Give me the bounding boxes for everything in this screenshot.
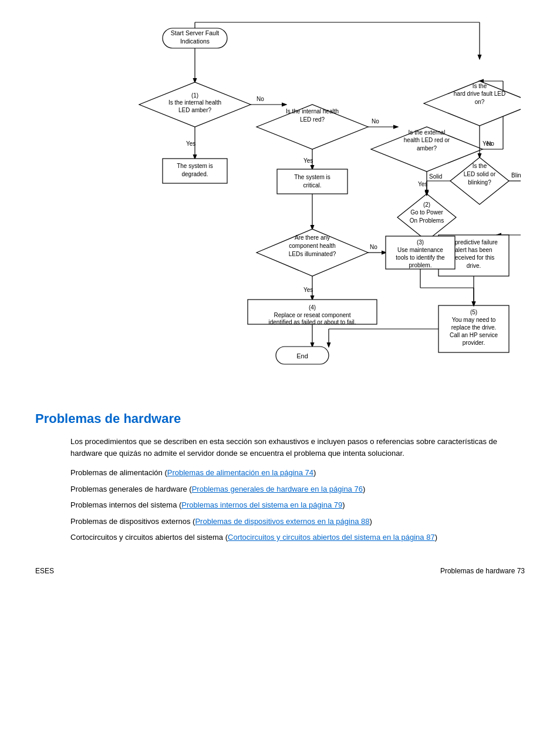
list-item: Problemas de dispositivos externos (Prob…: [70, 516, 525, 527]
body-paragraph: Los procedimientos que se describen en e…: [35, 436, 525, 459]
svg-text:The system is: The system is: [177, 163, 213, 169]
svg-text:blinking?: blinking?: [468, 179, 491, 186]
link-list: Problemas de alimentación (Problemas de …: [35, 467, 525, 543]
svg-text:Is the internal health: Is the internal health: [168, 99, 221, 106]
svg-text:You may need to: You may need to: [452, 317, 496, 323]
svg-text:Is the: Is the: [473, 163, 487, 169]
svg-text:degraded.: degraded.: [181, 171, 208, 177]
svg-text:Call an HP service: Call an HP service: [450, 332, 498, 338]
svg-text:No: No: [257, 96, 264, 102]
svg-text:(1): (1): [191, 92, 198, 99]
list-item: Problemas generales de hardware (Problem…: [70, 483, 525, 495]
svg-text:amber?: amber?: [417, 145, 437, 152]
svg-text:LED solid or: LED solid or: [464, 171, 496, 177]
list-item-suffix: ): [363, 485, 365, 493]
svg-text:LED red?: LED red?: [300, 116, 325, 123]
svg-text:Yes: Yes: [483, 140, 492, 147]
link-cortocircuitos[interactable]: Cortocircuitos y circuitos abiertos del …: [228, 533, 435, 542]
svg-text:Use maintenance: Use maintenance: [397, 247, 443, 253]
svg-text:alert has been: alert has been: [455, 247, 492, 253]
list-item-prefix: Problemas generales de hardware (: [70, 485, 192, 493]
svg-text:(3): (3): [417, 239, 424, 246]
section-title: Problemas de hardware: [35, 411, 525, 426]
list-item-prefix: Problemas de alimentación (: [70, 468, 167, 477]
svg-text:The system is: The system is: [294, 174, 330, 180]
list-item-suffix: ): [313, 468, 316, 477]
svg-text:A predictive failure: A predictive failure: [450, 239, 498, 246]
svg-text:replace the drive.: replace the drive.: [451, 324, 497, 331]
svg-text:Is the external: Is the external: [409, 129, 446, 136]
list-item-suffix: ): [435, 533, 437, 542]
svg-text:On Problems: On Problems: [410, 217, 444, 224]
list-item-suffix: ): [369, 517, 372, 526]
svg-text:Solid: Solid: [429, 173, 442, 180]
svg-text:received for this: received for this: [453, 254, 495, 261]
svg-rect-20: [277, 169, 348, 194]
svg-text:on?: on?: [475, 99, 485, 105]
svg-text:Yes: Yes: [418, 181, 427, 187]
svg-text:hard drive fault LED: hard drive fault LED: [454, 90, 505, 97]
link-generales[interactable]: Problemas generales de hardware en la pá…: [192, 485, 363, 493]
svg-text:critical.: critical.: [303, 182, 321, 189]
link-internos[interactable]: Problemas internos del sistema en la pág…: [181, 500, 342, 509]
svg-text:(2): (2): [423, 201, 430, 208]
svg-text:Are there any: Are there any: [295, 234, 330, 241]
svg-text:End: End: [296, 352, 308, 359]
svg-text:problem.: problem.: [409, 262, 432, 268]
svg-text:Yes: Yes: [186, 140, 195, 147]
svg-text:LEDs illuminated?: LEDs illuminated?: [289, 251, 336, 257]
list-item-prefix: Problemas internos del sistema (: [70, 500, 181, 509]
svg-text:Is the: Is the: [473, 83, 487, 89]
svg-text:Blinking: Blinking: [511, 172, 521, 179]
svg-text:drive.: drive.: [467, 263, 481, 269]
footer-left: ESES: [35, 567, 54, 575]
footer-right: Problemas de hardware 73: [440, 567, 525, 575]
page-footer: ESES Problemas de hardware 73: [35, 567, 525, 575]
svg-text:Go to Power: Go to Power: [410, 209, 443, 216]
svg-text:component health: component health: [289, 243, 336, 249]
svg-text:(4): (4): [309, 304, 316, 311]
list-item: Problemas internos del sistema (Problema…: [70, 499, 525, 511]
svg-text:Yes: Yes: [303, 287, 313, 293]
svg-text:LED amber?: LED amber?: [178, 107, 212, 113]
svg-text:Yes: Yes: [303, 157, 313, 164]
svg-text:health LED red or: health LED red or: [404, 137, 450, 143]
svg-text:provider.: provider.: [463, 340, 485, 346]
svg-text:Indications: Indications: [180, 38, 210, 45]
link-dispositivos[interactable]: Problemas de dispositivos externos en la…: [195, 517, 369, 526]
svg-text:Start Server Fault: Start Server Fault: [171, 29, 219, 36]
list-item-suffix: ): [342, 500, 345, 509]
list-item: Cortocircuitos y circuitos abiertos del …: [70, 532, 525, 543]
list-item: Problemas de alimentación (Problemas de …: [70, 467, 525, 479]
list-item-prefix: Problemas de dispositivos externos (: [70, 517, 195, 526]
svg-text:Replace or reseat component: Replace or reseat component: [274, 312, 350, 318]
flowchart: Start Server Fault Indications (1) Is th…: [39, 18, 521, 394]
svg-text:Is the internal health: Is the internal health: [286, 108, 339, 115]
list-item-prefix: Cortocircuitos y circuitos abiertos del …: [70, 533, 228, 542]
svg-text:No: No: [370, 244, 377, 250]
svg-text:No: No: [372, 118, 379, 125]
svg-text:tools to identify the: tools to identify the: [396, 254, 445, 261]
link-alimentacion[interactable]: Problemas de alimentación en la página 7…: [167, 468, 313, 477]
svg-text:(5): (5): [470, 309, 477, 315]
